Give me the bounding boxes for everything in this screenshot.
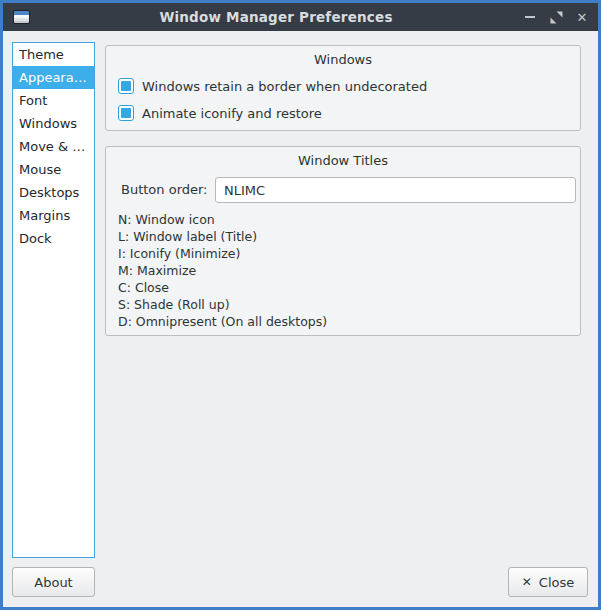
sidebar-item-windows[interactable]: Windows (13, 112, 94, 135)
checkbox-checked-icon[interactable] (118, 105, 134, 121)
legend-line: M: Maximize (118, 262, 327, 279)
checkbox-checked-icon[interactable] (118, 78, 134, 94)
legend-line: I: Iconify (Minimize) (118, 245, 327, 262)
windows-section: Windows Windows retain a border when und… (105, 45, 581, 131)
checkbox-row: Windows retain a border when undecorated (118, 78, 580, 94)
window-manager-preferences-dialog: Window Manager Preferences ✕ ThemeAppear… (0, 0, 601, 610)
about-button-label: About (34, 575, 72, 590)
titlebar: Window Manager Preferences ✕ (3, 3, 598, 31)
window-title: Window Manager Preferences (30, 9, 522, 25)
sidebar-item-mouse[interactable]: Mouse (13, 158, 94, 181)
sidebar-item-dock[interactable]: Dock (13, 227, 94, 250)
button-order-legend: N: Window iconL: Window label (Title)I: … (118, 211, 327, 330)
maximize-icon[interactable] (548, 9, 564, 25)
close-button[interactable]: ✕ Close (508, 567, 588, 597)
sidebar-item-desktops[interactable]: Desktops (13, 181, 94, 204)
sidebar-item-font[interactable]: Font (13, 89, 94, 112)
legend-line: N: Window icon (118, 211, 327, 228)
windows-checkbox-rows: Windows retain a border when undecorated… (106, 78, 580, 121)
window-titles-section: Window Titles Button order: N: Window ic… (105, 146, 581, 336)
dialog-content: ThemeAppeara…FontWindowsMove & …MouseDes… (3, 31, 598, 607)
button-order-row: Button order: (106, 177, 580, 203)
sidebar-item-move[interactable]: Move & … (13, 135, 94, 158)
sidebar-item-theme[interactable]: Theme (13, 43, 94, 66)
legend-line: C: Close (118, 279, 327, 296)
checkbox-row: Animate iconify and restore (118, 105, 580, 121)
sidebar-category-list: ThemeAppeara…FontWindowsMove & …MouseDes… (12, 42, 95, 558)
checkbox-label: Animate iconify and restore (142, 106, 322, 121)
window-icon (13, 10, 30, 24)
legend-line: L: Window label (Title) (118, 228, 327, 245)
sidebar-item-margins[interactable]: Margins (13, 204, 94, 227)
window-titles-section-title: Window Titles (106, 147, 580, 168)
minimize-icon[interactable] (522, 9, 538, 25)
titlebar-controls: ✕ (522, 9, 590, 25)
close-button-label: Close (539, 575, 574, 590)
about-button[interactable]: About (12, 567, 95, 597)
close-icon[interactable]: ✕ (574, 9, 590, 25)
checkbox-label: Windows retain a border when undecorated (142, 79, 427, 94)
sidebar-item-appeara[interactable]: Appeara… (13, 66, 94, 89)
legend-line: S: Shade (Roll up) (118, 296, 327, 313)
windows-section-title: Windows (106, 46, 580, 67)
button-order-input[interactable] (215, 177, 576, 203)
legend-line: D: Omnipresent (On all desktops) (118, 313, 327, 330)
close-button-x-icon: ✕ (522, 575, 532, 589)
button-order-label: Button order: (121, 182, 208, 197)
